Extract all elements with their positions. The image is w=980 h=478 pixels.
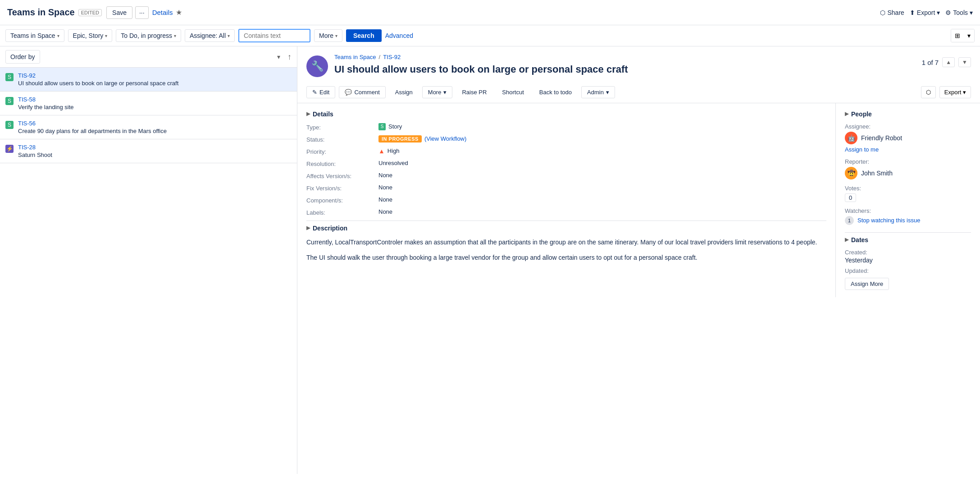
comment-icon: 💬 [345, 89, 352, 96]
detail-priority-row: Priority: ▲ High [306, 147, 826, 155]
issue-item-content: TIS-92 UI should allow users to book on … [18, 72, 292, 87]
fix-label: Fix Version/s: [306, 184, 378, 192]
priority-value: ▲ High [378, 147, 826, 155]
breadcrumb-key-link[interactable]: TIS-92 [383, 54, 401, 60]
action-bar: ✎ Edit 💬 Comment Assign More ▾ Raise PR … [297, 82, 980, 103]
edit-button[interactable]: ✎ Edit [306, 86, 335, 98]
export-icon-button[interactable]: Export ▾ [939, 86, 971, 98]
nav-next-button[interactable]: ▼ [958, 57, 971, 67]
type-label: Type: [306, 123, 378, 131]
assign-button[interactable]: Assign [389, 86, 419, 98]
ellipsis-button[interactable]: ··· [135, 6, 149, 19]
details-link[interactable]: Details [152, 9, 173, 16]
assignee-filter[interactable]: Assignee: All ▾ [185, 29, 235, 42]
tools-button[interactable]: ⚙ Tools ▾ [945, 9, 973, 16]
view-toggle-detail[interactable]: ▾ [964, 29, 974, 42]
breadcrumb-project-link[interactable]: Teams in Space [334, 54, 376, 60]
edit-icon: ✎ [312, 89, 317, 96]
more-actions-button[interactable]: More ▾ [422, 86, 453, 98]
priority-icon: ▲ [378, 147, 385, 155]
text-search-input[interactable] [238, 29, 310, 42]
affects-value: None [378, 172, 826, 179]
save-button[interactable]: Save [106, 6, 132, 19]
issue-title: UI should allow users to book on large o… [334, 63, 922, 76]
reporter-label: Reporter: [845, 158, 971, 165]
created-value: Yesterday [845, 257, 971, 264]
component-label: Component/s: [306, 196, 378, 204]
people-section-header[interactable]: ▶ People [845, 110, 971, 118]
assignee-row: 🤖 Friendly Robot [845, 132, 971, 144]
assign-more-button[interactable]: Assign More [845, 278, 889, 290]
raise-pr-button[interactable]: Raise PR [456, 86, 492, 98]
details-section-header[interactable]: ▶ Details [306, 110, 826, 118]
share-button[interactable]: ⬡ Share [880, 9, 904, 16]
view-toggle-list[interactable]: ⊞ [951, 29, 964, 42]
export-button[interactable]: ⬆ Export ▾ [910, 9, 940, 16]
description-p2: The UI should walk the user through book… [306, 253, 826, 262]
chevron-down-icon: ▾ [174, 33, 176, 38]
chevron-down-icon: ▾ [228, 33, 230, 38]
reporter-row: 🤠 John Smith [845, 167, 971, 179]
list-item[interactable]: S TIS-56 Create 90 day plans for all dep… [0, 115, 297, 139]
filter-bar: Teams in Space ▾ Epic, Story ▾ To Do, in… [0, 25, 980, 46]
votes-section: Votes: 0 [845, 185, 971, 202]
back-to-todo-button[interactable]: Back to todo [533, 86, 578, 98]
shortcut-button[interactable]: Shortcut [496, 86, 529, 98]
chevron-down-icon: ▾ [970, 9, 973, 16]
list-item[interactable]: S TIS-92 UI should allow users to book o… [0, 68, 297, 92]
detail-fix-row: Fix Version/s: None [306, 184, 826, 192]
order-bar: Order by ↑ [0, 46, 297, 68]
assign-to-me-link[interactable]: Assign to me [845, 146, 971, 153]
chevron-down-icon: ▾ [443, 89, 447, 96]
detail-component-row: Component/s: None [306, 196, 826, 204]
comment-button[interactable]: 💬 Comment [339, 86, 385, 98]
view-workflow-link[interactable]: (View Workflow) [424, 135, 466, 142]
description-section-header[interactable]: ▶ Description [306, 225, 826, 232]
issue-avatar: 🔧 [306, 55, 328, 77]
component-value: None [378, 196, 826, 203]
dates-section-header[interactable]: ▶ Dates [845, 236, 971, 244]
status-filter[interactable]: To Do, in progress ▾ [116, 29, 181, 42]
watchers-section: Watchers: 1 Stop watching this issue [845, 207, 971, 225]
project-title: Teams in Space [7, 7, 75, 18]
header-right: ⬡ Share ⬆ Export ▾ ⚙ Tools ▾ [880, 9, 973, 16]
issue-key: TIS-56 [18, 120, 292, 127]
section-toggle-icon: ▶ [845, 111, 848, 117]
priority-label: Priority: [306, 147, 378, 155]
assignee-name: Friendly Robot [861, 134, 902, 142]
issue-key: TIS-28 [18, 144, 292, 151]
nav-prev-button[interactable]: ▲ [942, 57, 955, 67]
issue-key: TIS-58 [18, 96, 292, 103]
breadcrumb: Teams in Space / TIS-92 [334, 54, 922, 60]
search-button[interactable]: Search [346, 29, 382, 42]
resolution-label: Resolution: [306, 160, 378, 167]
type-filter[interactable]: Epic, Story ▾ [68, 29, 113, 42]
watchers-label: Watchers: [845, 207, 971, 214]
list-item[interactable]: ⚡ TIS-28 Saturn Shoot [0, 139, 297, 163]
labels-value: None [378, 208, 826, 215]
list-item[interactable]: S TIS-58 Verify the landing site [0, 92, 297, 115]
advanced-link[interactable]: Advanced [385, 32, 413, 39]
story-icon: S [378, 123, 386, 130]
star-icon[interactable]: ★ [176, 8, 182, 17]
votes-value: 0 [845, 193, 856, 202]
detail-affects-row: Affects Version/s: None [306, 172, 826, 179]
project-filter[interactable]: Teams in Space ▾ [5, 29, 64, 42]
admin-button[interactable]: Admin ▾ [581, 86, 615, 98]
breadcrumb-sep: / [379, 54, 381, 60]
share-icon: ⬡ [880, 9, 885, 16]
more-filter[interactable]: More ▾ [314, 29, 342, 42]
issue-key: TIS-92 [18, 72, 292, 79]
stop-watch-link[interactable]: Stop watching this issue [857, 217, 920, 224]
order-by-select[interactable]: Order by [5, 50, 40, 64]
type-value: S Story [378, 123, 826, 130]
issue-item-content: TIS-58 Verify the landing site [18, 96, 292, 110]
watchers-count: 1 [845, 216, 854, 225]
story-icon: S [5, 97, 14, 105]
view-toggle: ⊞ ▾ [951, 29, 975, 42]
sort-asc-button[interactable]: ↑ [287, 52, 292, 62]
share-icon-button[interactable]: ⬡ [921, 86, 936, 98]
assignee-avatar: 🤖 [845, 132, 857, 144]
detail-resolution-row: Resolution: Unresolved [306, 160, 826, 167]
section-toggle-icon: ▶ [306, 111, 310, 117]
